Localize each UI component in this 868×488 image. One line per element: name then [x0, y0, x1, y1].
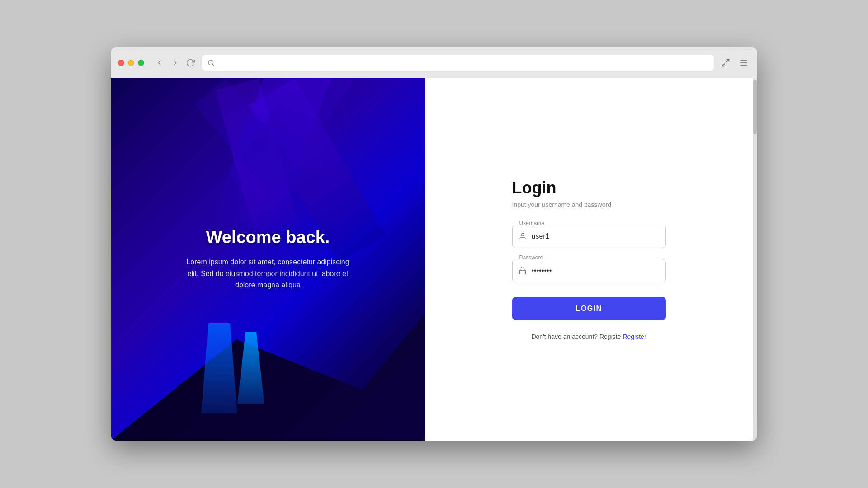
- login-button[interactable]: LOGIN: [512, 297, 666, 320]
- traffic-lights: [118, 60, 144, 66]
- search-icon: [208, 59, 215, 66]
- hero-panel: Welcome back. Lorem ipsum dolor sit amet…: [111, 78, 425, 441]
- hero-text: Welcome back. Lorem ipsum dolor sit amet…: [173, 219, 363, 300]
- maximize-button[interactable]: [138, 60, 144, 66]
- password-field-group: Password: [512, 259, 666, 282]
- password-input-wrapper: [512, 259, 666, 282]
- refresh-button[interactable]: [184, 56, 197, 69]
- username-input-wrapper: [512, 225, 666, 248]
- browser-content: Welcome back. Lorem ipsum dolor sit amet…: [111, 78, 757, 441]
- nav-buttons: [153, 56, 197, 69]
- login-panel: Login Input your username and password U…: [425, 78, 753, 441]
- register-section: Don't have an account? Registe Register: [512, 333, 666, 340]
- browser-actions: [719, 56, 750, 69]
- username-label: Username: [518, 220, 546, 226]
- address-input[interactable]: [218, 59, 708, 66]
- expand-button[interactable]: [719, 56, 732, 69]
- hero-title: Welcome back.: [182, 228, 354, 247]
- register-prompt: Don't have an account? Registe: [531, 333, 621, 340]
- address-bar: [202, 55, 714, 71]
- username-field-group: Username: [512, 225, 666, 248]
- back-button[interactable]: [153, 56, 166, 69]
- register-link[interactable]: Register: [623, 333, 646, 340]
- lock-icon: [518, 266, 527, 275]
- svg-line-1: [212, 64, 214, 66]
- svg-line-2: [726, 59, 729, 62]
- hero-subtitle: Lorem ipsum dolor sit amet, consectetur …: [182, 256, 354, 291]
- password-input[interactable]: [532, 267, 660, 275]
- browser-chrome: [111, 47, 757, 78]
- svg-line-3: [722, 63, 725, 66]
- user-icon: [518, 232, 527, 241]
- password-label: Password: [518, 254, 545, 261]
- browser-window: Welcome back. Lorem ipsum dolor sit amet…: [111, 47, 757, 441]
- svg-point-7: [521, 233, 524, 236]
- login-form: Login Input your username and password U…: [512, 178, 666, 340]
- login-subtitle: Input your username and password: [512, 201, 666, 208]
- login-title: Login: [512, 178, 666, 197]
- scrollbar-thumb[interactable]: [753, 80, 757, 134]
- scrollbar[interactable]: [753, 78, 757, 441]
- svg-rect-8: [519, 270, 526, 274]
- forward-button[interactable]: [169, 56, 181, 69]
- username-input[interactable]: [532, 232, 660, 240]
- menu-button[interactable]: [737, 56, 750, 69]
- svg-point-0: [208, 60, 213, 65]
- minimize-button[interactable]: [128, 60, 134, 66]
- close-button[interactable]: [118, 60, 124, 66]
